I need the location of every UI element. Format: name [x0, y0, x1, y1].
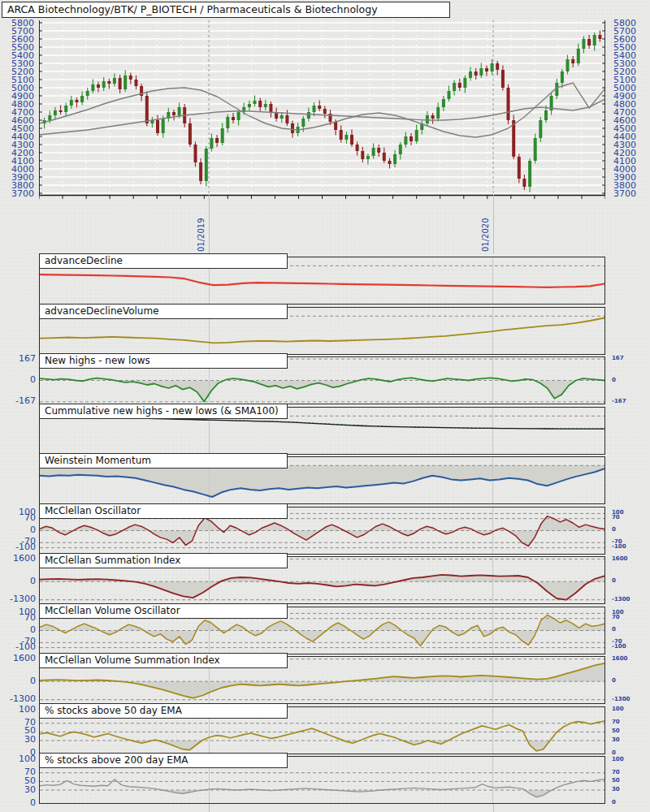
- panel-label: McClellan Volume Oscillator: [39, 603, 288, 619]
- panel-tick-label-right: 1600: [612, 555, 627, 562]
- panel-tick-label: 0: [0, 625, 36, 634]
- date-label: 01/2019: [196, 198, 207, 252]
- panel-label: % stocks above 200 day EMA: [39, 753, 288, 768]
- panel-mcclellan-oscillator: McClellan Oscillator100100707000-70-70-1…: [39, 503, 605, 554]
- panel-cummulative-new-highs-new-lows-sma100: Cummulative new highs - new lows (& SMA1…: [39, 404, 605, 454]
- price-chart-canvas[interactable]: [39, 20, 605, 201]
- panel-tick-label: 1600: [0, 554, 36, 563]
- panel-label: McClellan Summation Index: [39, 553, 288, 568]
- panel-mcclellan-volume-summation-index: McClellan Volume Summation Index16001600…: [39, 653, 605, 703]
- panel-tick-label-right: 0: [612, 677, 616, 684]
- panel-advancedeclinevolume: advanceDeclineVolume: [39, 304, 605, 354]
- panel-tick-label: 0: [0, 375, 36, 384]
- panel-tick-label-right: 100: [612, 756, 624, 762]
- panel-tick-label-right: 0: [612, 799, 616, 806]
- panel-tick-label-right: -1300: [612, 696, 630, 702]
- year-gridline: [493, 195, 494, 253]
- main-chart-plot: [39, 20, 605, 201]
- panel-tick-label: -167: [0, 396, 36, 405]
- date-label: 01/2020: [480, 198, 492, 252]
- panel-tick-label-right: 1600: [612, 655, 627, 662]
- panel-tick-label-right: 100: [612, 706, 624, 712]
- panel-tick-label: 100: [0, 754, 36, 763]
- panel-tick-label-right: -100: [612, 643, 626, 650]
- panel-tick-label: 70: [0, 613, 36, 622]
- panel-stocks-above-200-day-ema: % stocks above 200 day EMA10010070705050…: [39, 753, 605, 803]
- panel-label: McClellan Volume Summation Index: [39, 653, 288, 668]
- panel-tick-label-right: 0: [612, 626, 616, 633]
- panel-tick-label: 70: [0, 513, 36, 522]
- panel-tick-label-right: 50: [612, 777, 620, 784]
- panel-tick-label: 0: [0, 577, 36, 585]
- panel-tick-label: 167: [0, 354, 36, 363]
- panel-label: % stocks above 50 day EMA: [39, 703, 288, 719]
- panel-tick-label: -100: [0, 542, 36, 551]
- panel-tick-label-right: -167: [612, 398, 626, 404]
- panel-tick-label: -1300: [0, 694, 36, 703]
- panel-tick-label-right: 50: [612, 728, 620, 734]
- panel-tick-label-right: 0: [612, 526, 616, 533]
- panel-tick-label-right: 70: [612, 719, 620, 725]
- panel-new-highs-new-lows: New highs - new lows16716700-167-167: [39, 353, 605, 404]
- panel-tick-label-right: 0: [612, 577, 616, 584]
- panel-stocks-above-50-day-ema: % stocks above 50 day EMA100100707050503…: [39, 703, 605, 754]
- panel-tick-label: -1300: [0, 594, 36, 603]
- price-axis-left: 5800570056005500540053005200510050004900…: [0, 20, 36, 195]
- panel-weinstein-momentum: Weinstein Momentum: [39, 453, 605, 503]
- chart-page: ARCA Biotechnology/BTK/ P_BIOTECH / Phar…: [0, 0, 650, 812]
- price-axis-right: 5800570056005500540053005200510050004900…: [610, 20, 648, 195]
- panel-tick-label-right: 70: [612, 614, 620, 620]
- panel-tick-label: 0: [0, 525, 36, 534]
- panel-tick-label-right: 0: [612, 749, 616, 756]
- panel-label: Cummulative new highs - new lows (& SMA1…: [39, 404, 288, 419]
- panel-advancedecline: advanceDecline: [39, 253, 605, 304]
- panel-tick-label-right: 30: [612, 736, 620, 743]
- price-tick-label: 3700: [11, 189, 34, 198]
- year-gridline: [209, 803, 210, 812]
- panel-label: advanceDecline: [39, 253, 288, 269]
- panel-tick-label-right: 167: [612, 355, 624, 361]
- panel-tick-label-right: -1300: [612, 596, 630, 603]
- panel-tick-label: 30: [0, 735, 36, 744]
- chart-title: ARCA Biotechnology/BTK/ P_BIOTECH / Phar…: [2, 2, 450, 18]
- panel-tick-label: 100: [0, 705, 36, 714]
- year-gridline: [493, 803, 494, 812]
- panel-tick-label: 0: [0, 676, 36, 685]
- price-tick-label: 3700: [613, 189, 636, 198]
- panel-label: McClellan Oscillator: [39, 503, 288, 519]
- panel-tick-label-right: 70: [612, 769, 620, 775]
- panel-tick-label-right: -100: [612, 543, 626, 550]
- panel-tick-label: 30: [0, 785, 36, 794]
- panel-tick-label: 0: [0, 798, 36, 807]
- panel-mcclellan-summation-index: McClellan Summation Index1600160000-1300…: [39, 553, 605, 603]
- panel-label: advanceDeclineVolume: [39, 304, 288, 319]
- panel-label: New highs - new lows: [39, 353, 288, 369]
- panel-tick-label: -100: [0, 642, 36, 651]
- panel-label: Weinstein Momentum: [39, 453, 288, 469]
- panel-tick-label-right: 30: [612, 786, 620, 793]
- year-gridline: [209, 195, 210, 253]
- panel-tick-label: 1600: [0, 654, 36, 663]
- panel-tick-label-right: 0: [612, 377, 616, 383]
- panel-mcclellan-volume-oscillator: McClellan Volume Oscillator100100707000-…: [39, 603, 605, 654]
- panel-tick-label-right: 70: [612, 514, 620, 520]
